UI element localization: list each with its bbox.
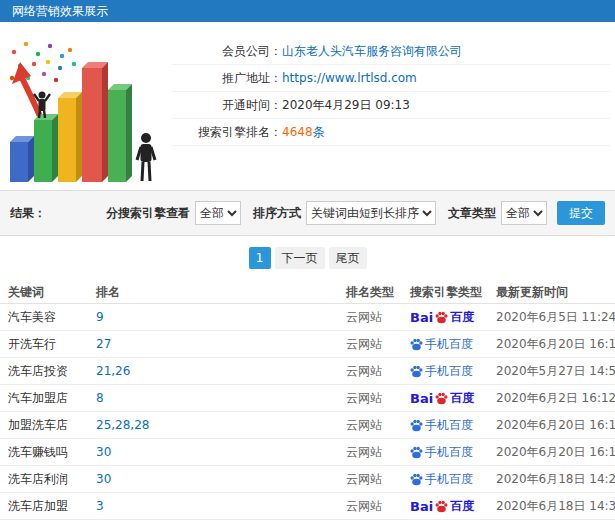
engine-cell: Bai百度 xyxy=(402,304,488,330)
next-page-button[interactable]: 下一页 xyxy=(275,247,325,269)
baidu-paw-icon xyxy=(410,338,423,351)
keyword-cell: 洗车店加盟 xyxy=(0,493,88,519)
keyword-cell: 开洗车行 xyxy=(0,331,88,357)
article-type-label: 文章类型 xyxy=(448,205,496,222)
col-header-engine-type: 搜索引擎类型 xyxy=(402,280,488,303)
updated-cell: 2020年6月20日 16:11 xyxy=(488,412,615,438)
bar-green-2 xyxy=(108,84,132,182)
baidu-logo-text-pre: Bai xyxy=(410,493,433,519)
mobile-baidu-label: 手机百度 xyxy=(425,331,473,357)
promo-url-link[interactable]: https://www.lrtlsd.com xyxy=(282,65,417,91)
baidu-paw-icon xyxy=(410,419,423,432)
rank-link[interactable]: 27 xyxy=(96,337,111,351)
bar-chart-illustration-svg xyxy=(4,34,169,186)
baidu-paw-icon xyxy=(435,311,448,324)
baidu-paw-icon xyxy=(410,473,423,486)
table-row: 汽车美容9云网站Bai百度2020年6月5日 11:24 xyxy=(0,304,615,331)
pagination: 1 下一页 尾页 xyxy=(0,236,615,280)
last-page-button[interactable]: 尾页 xyxy=(329,247,367,269)
open-time-label: 开通时间： xyxy=(172,92,282,118)
rank-link[interactable]: 21,26 xyxy=(96,364,130,378)
table-row: 洗车店加盟3云网站Bai百度2020年6月18日 14:30 xyxy=(0,493,615,520)
baidu-logo-text-pre: Bai xyxy=(410,385,433,411)
updated-cell: 2020年6月18日 14:30 xyxy=(488,493,615,519)
updated-cell: 2020年6月20日 16:12 xyxy=(488,439,615,465)
engine-cell: 手机百度 xyxy=(402,439,488,465)
keyword-cell: 汽车加盟店 xyxy=(0,385,88,411)
open-time-value: 2020年4月29日 09:13 xyxy=(282,92,410,118)
promo-url-label: 推广地址： xyxy=(172,65,282,91)
member-info-rows: 会员公司： 山东老人头汽车服务咨询有限公司 推广地址： https://www.… xyxy=(172,34,611,190)
rank-link[interactable]: 25,28,28 xyxy=(96,418,149,432)
rank-cell: 30 xyxy=(88,439,338,465)
table-row: 洗车店投资21,26云网站手机百度2020年5月27日 14:58 xyxy=(0,358,615,385)
member-company-label: 会员公司： xyxy=(172,38,282,64)
results-table: 关键词 排名 排名类型 搜索引擎类型 最新更新时间 汽车美容9云网站Bai百度2… xyxy=(0,280,615,520)
rank-link[interactable]: 30 xyxy=(96,445,111,459)
filter-controls: 分搜索引擎查看 全部 排序方式 关键词由短到长排序 文章类型 全部 提交 xyxy=(106,201,605,225)
member-company-row: 会员公司： 山东老人头汽车服务咨询有限公司 xyxy=(172,38,611,65)
rank-cell: 8 xyxy=(88,385,338,411)
mobile-baidu-label: 手机百度 xyxy=(425,358,473,384)
updated-cell: 2020年5月27日 14:58 xyxy=(488,358,615,384)
engine-filter-select[interactable]: 全部 xyxy=(195,201,241,225)
article-type-select[interactable]: 全部 xyxy=(501,201,547,225)
bar-red xyxy=(82,62,108,182)
baidu-paw-icon xyxy=(410,446,423,459)
bar-yellow xyxy=(58,92,82,182)
keyword-cell: 洗车店投资 xyxy=(0,358,88,384)
engine-filter-label: 分搜索引擎查看 xyxy=(106,205,190,222)
rank-type-cell: 云网站 xyxy=(338,466,402,492)
rank-link[interactable]: 30 xyxy=(96,472,111,486)
keyword-cell: 加盟洗车店 xyxy=(0,412,88,438)
page-title-bar: 网络营销效果展示 xyxy=(0,0,615,22)
baidu-logo-text-post: 百度 xyxy=(450,385,474,411)
table-row: 汽车加盟店8云网站Bai百度2020年6月2日 16:12 xyxy=(0,385,615,412)
submit-button[interactable]: 提交 xyxy=(557,201,605,225)
engine-cell: Bai百度 xyxy=(402,385,488,411)
baidu-paw-icon xyxy=(435,500,448,513)
table-body: 汽车美容9云网站Bai百度2020年6月5日 11:24开洗车行27云网站手机百… xyxy=(0,304,615,520)
engine-rank-label: 搜索引擎排名： xyxy=(172,119,282,145)
table-header: 关键词 排名 排名类型 搜索引擎类型 最新更新时间 xyxy=(0,280,615,304)
rank-cell: 27 xyxy=(88,331,338,357)
table-row: 开洗车行27云网站手机百度2020年6月20日 16:16 xyxy=(0,331,615,358)
keyword-cell: 洗车赚钱吗 xyxy=(0,439,88,465)
col-header-keyword: 关键词 xyxy=(0,280,88,303)
rank-cell: 25,28,28 xyxy=(88,412,338,438)
result-label: 结果： xyxy=(10,205,46,222)
table-row: 加盟洗车店25,28,28云网站手机百度2020年6月20日 16:11 xyxy=(0,412,615,439)
updated-cell: 2020年6月2日 16:12 xyxy=(488,385,615,411)
table-row: 洗车店利润30云网站手机百度2020年6月18日 14:27 xyxy=(0,466,615,493)
baidu-logo-text-pre: Bai xyxy=(410,304,433,330)
rank-link[interactable]: 8 xyxy=(96,391,104,405)
rank-type-cell: 云网站 xyxy=(338,358,402,384)
person-icon xyxy=(137,133,155,181)
member-company-link[interactable]: 山东老人头汽车服务咨询有限公司 xyxy=(282,38,462,64)
rank-type-cell: 云网站 xyxy=(338,385,402,411)
col-header-rank: 排名 xyxy=(88,280,338,303)
rank-type-cell: 云网站 xyxy=(338,304,402,330)
bar-green xyxy=(34,114,58,182)
table-row: 洗车赚钱吗30云网站手机百度2020年6月20日 16:12 xyxy=(0,439,615,466)
mobile-baidu-label: 手机百度 xyxy=(425,466,473,492)
sort-mode-select[interactable]: 关键词由短到长排序 xyxy=(306,201,436,225)
updated-cell: 2020年6月20日 16:16 xyxy=(488,331,615,357)
marketing-chart-illustration xyxy=(4,34,172,190)
updated-cell: 2020年6月5日 11:24 xyxy=(488,304,615,330)
rank-cell: 21,26 xyxy=(88,358,338,384)
promo-url-row: 推广地址： https://www.lrtlsd.com xyxy=(172,65,611,92)
sort-mode-label: 排序方式 xyxy=(253,205,301,222)
open-time-row: 开通时间： 2020年4月29日 09:13 xyxy=(172,92,611,119)
mobile-baidu-label: 手机百度 xyxy=(425,412,473,438)
rank-type-cell: 云网站 xyxy=(338,331,402,357)
rank-link[interactable]: 9 xyxy=(96,310,104,324)
col-header-updated: 最新更新时间 xyxy=(488,280,615,303)
page-title: 网络营销效果展示 xyxy=(12,4,108,18)
baidu-paw-icon xyxy=(435,392,448,405)
rank-link[interactable]: 3 xyxy=(96,499,104,513)
page-1-button[interactable]: 1 xyxy=(249,247,271,269)
rank-type-cell: 云网站 xyxy=(338,493,402,519)
rank-cell: 9 xyxy=(88,304,338,330)
engine-cell: Bai百度 xyxy=(402,493,488,519)
